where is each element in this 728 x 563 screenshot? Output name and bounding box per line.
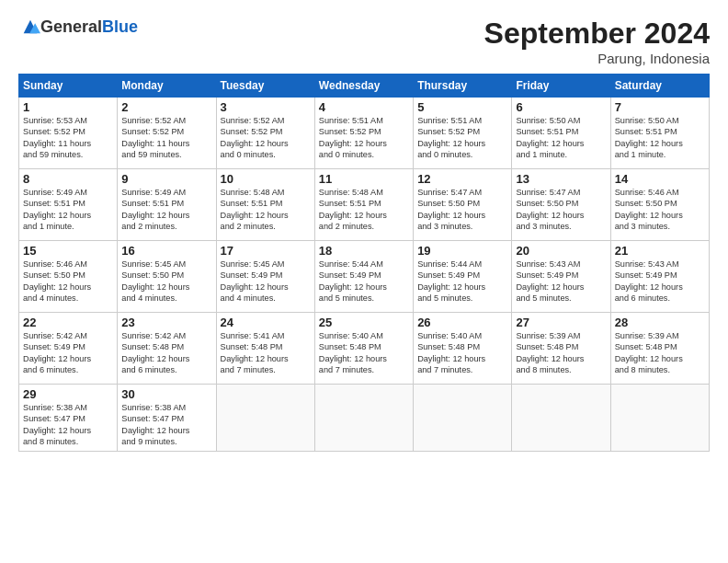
calendar-cell: 23Sunrise: 5:42 AM Sunset: 5:48 PM Dayli… (118, 313, 216, 385)
day-number: 4 (319, 100, 409, 114)
cell-info: Sunrise: 5:51 AM Sunset: 5:52 PM Dayligh… (417, 115, 507, 161)
calendar-cell: 16Sunrise: 5:45 AM Sunset: 5:50 PM Dayli… (118, 241, 216, 313)
day-number: 12 (417, 172, 507, 186)
logo-general: General (40, 17, 102, 37)
cell-info: Sunrise: 5:47 AM Sunset: 5:50 PM Dayligh… (516, 187, 606, 233)
header-saturday: Saturday (610, 75, 709, 98)
calendar-cell (314, 385, 413, 452)
calendar-cell: 25Sunrise: 5:40 AM Sunset: 5:48 PM Dayli… (314, 313, 413, 385)
location: Parung, Indonesia (484, 51, 710, 66)
day-number: 29 (23, 387, 113, 401)
calendar-cell: 26Sunrise: 5:40 AM Sunset: 5:48 PM Dayli… (414, 313, 512, 385)
calendar-cell (414, 385, 512, 452)
day-number: 23 (121, 316, 211, 329)
calendar-cell: 4Sunrise: 5:51 AM Sunset: 5:52 PM Daylig… (314, 98, 413, 169)
cell-info: Sunrise: 5:45 AM Sunset: 5:50 PM Dayligh… (121, 259, 211, 304)
day-number: 14 (615, 172, 705, 186)
calendar-cell: 12Sunrise: 5:47 AM Sunset: 5:50 PM Dayli… (414, 169, 512, 241)
cell-info: Sunrise: 5:47 AM Sunset: 5:50 PM Dayligh… (417, 187, 507, 233)
calendar-cell: 19Sunrise: 5:44 AM Sunset: 5:49 PM Dayli… (414, 241, 512, 313)
calendar-cell: 5Sunrise: 5:51 AM Sunset: 5:52 PM Daylig… (414, 98, 512, 169)
cell-info: Sunrise: 5:46 AM Sunset: 5:50 PM Dayligh… (23, 259, 113, 304)
cell-info: Sunrise: 5:38 AM Sunset: 5:47 PM Dayligh… (23, 402, 113, 448)
cell-info: Sunrise: 5:48 AM Sunset: 5:51 PM Dayligh… (319, 187, 409, 233)
day-number: 1 (23, 100, 113, 114)
day-number: 22 (23, 316, 113, 329)
calendar-cell: 17Sunrise: 5:45 AM Sunset: 5:49 PM Dayli… (216, 241, 314, 313)
calendar-table: Sunday Monday Tuesday Wednesday Thursday… (18, 74, 710, 452)
header-row: Sunday Monday Tuesday Wednesday Thursday… (19, 75, 710, 98)
calendar-cell: 8Sunrise: 5:49 AM Sunset: 5:51 PM Daylig… (19, 169, 118, 241)
day-number: 3 (221, 100, 311, 114)
calendar-cell: 22Sunrise: 5:42 AM Sunset: 5:49 PM Dayli… (19, 313, 118, 385)
calendar-cell: 14Sunrise: 5:46 AM Sunset: 5:50 PM Dayli… (610, 169, 709, 241)
day-number: 2 (121, 100, 211, 114)
calendar-row: 15Sunrise: 5:46 AM Sunset: 5:50 PM Dayli… (19, 241, 710, 313)
header-thursday: Thursday (414, 75, 512, 98)
calendar-cell: 29Sunrise: 5:38 AM Sunset: 5:47 PM Dayli… (19, 385, 118, 452)
cell-info: Sunrise: 5:40 AM Sunset: 5:48 PM Dayligh… (319, 330, 409, 376)
day-number: 6 (516, 100, 606, 114)
day-number: 24 (221, 316, 311, 329)
month-title: September 2024 (484, 17, 710, 51)
calendar-cell: 15Sunrise: 5:46 AM Sunset: 5:50 PM Dayli… (19, 241, 118, 313)
day-number: 20 (516, 244, 606, 258)
calendar-cell: 21Sunrise: 5:43 AM Sunset: 5:49 PM Dayli… (610, 241, 709, 313)
cell-info: Sunrise: 5:38 AM Sunset: 5:47 PM Dayligh… (121, 402, 211, 448)
day-number: 9 (121, 172, 211, 186)
title-area: September 2024 Parung, Indonesia (484, 17, 710, 66)
cell-info: Sunrise: 5:46 AM Sunset: 5:50 PM Dayligh… (615, 187, 705, 233)
calendar-cell: 6Sunrise: 5:50 AM Sunset: 5:51 PM Daylig… (512, 98, 610, 169)
day-number: 16 (121, 244, 211, 258)
header-tuesday: Tuesday (216, 75, 314, 98)
cell-info: Sunrise: 5:49 AM Sunset: 5:51 PM Dayligh… (121, 187, 211, 233)
day-number: 18 (319, 244, 409, 258)
day-number: 7 (615, 100, 705, 114)
cell-info: Sunrise: 5:53 AM Sunset: 5:52 PM Dayligh… (23, 115, 113, 161)
cell-info: Sunrise: 5:44 AM Sunset: 5:49 PM Dayligh… (417, 259, 507, 304)
calendar-cell: 20Sunrise: 5:43 AM Sunset: 5:49 PM Dayli… (512, 241, 610, 313)
cell-info: Sunrise: 5:41 AM Sunset: 5:48 PM Dayligh… (221, 330, 311, 376)
cell-info: Sunrise: 5:42 AM Sunset: 5:48 PM Dayligh… (121, 330, 211, 376)
cell-info: Sunrise: 5:50 AM Sunset: 5:51 PM Dayligh… (615, 115, 705, 161)
calendar-row: 29Sunrise: 5:38 AM Sunset: 5:47 PM Dayli… (19, 385, 710, 452)
logo-icon (20, 17, 40, 37)
day-number: 25 (319, 316, 409, 329)
cell-info: Sunrise: 5:48 AM Sunset: 5:51 PM Dayligh… (221, 187, 311, 233)
header-sunday: Sunday (19, 75, 118, 98)
day-number: 10 (221, 172, 311, 186)
cell-info: Sunrise: 5:43 AM Sunset: 5:49 PM Dayligh… (516, 259, 606, 304)
day-number: 19 (417, 244, 507, 258)
page: GeneralBlue September 2024 Parung, Indon… (0, 0, 728, 563)
logo-blue: Blue (102, 17, 138, 37)
header: GeneralBlue September 2024 Parung, Indon… (18, 17, 710, 66)
calendar-cell: 18Sunrise: 5:44 AM Sunset: 5:49 PM Dayli… (314, 241, 413, 313)
day-number: 21 (615, 244, 705, 258)
logo: GeneralBlue (18, 17, 138, 37)
day-number: 11 (319, 172, 409, 186)
calendar-row: 22Sunrise: 5:42 AM Sunset: 5:49 PM Dayli… (19, 313, 710, 385)
cell-info: Sunrise: 5:52 AM Sunset: 5:52 PM Dayligh… (221, 115, 311, 161)
cell-info: Sunrise: 5:42 AM Sunset: 5:49 PM Dayligh… (23, 330, 113, 376)
day-number: 8 (23, 172, 113, 186)
cell-info: Sunrise: 5:39 AM Sunset: 5:48 PM Dayligh… (615, 330, 705, 376)
cell-info: Sunrise: 5:51 AM Sunset: 5:52 PM Dayligh… (319, 115, 409, 161)
day-number: 30 (121, 387, 211, 401)
day-number: 5 (417, 100, 507, 114)
cell-info: Sunrise: 5:45 AM Sunset: 5:49 PM Dayligh… (221, 259, 311, 304)
calendar-cell (610, 385, 709, 452)
calendar-cell (216, 385, 314, 452)
calendar-cell: 13Sunrise: 5:47 AM Sunset: 5:50 PM Dayli… (512, 169, 610, 241)
cell-info: Sunrise: 5:50 AM Sunset: 5:51 PM Dayligh… (516, 115, 606, 161)
calendar-cell: 1Sunrise: 5:53 AM Sunset: 5:52 PM Daylig… (19, 98, 118, 169)
calendar-row: 1Sunrise: 5:53 AM Sunset: 5:52 PM Daylig… (19, 98, 710, 169)
header-friday: Friday (512, 75, 610, 98)
cell-info: Sunrise: 5:40 AM Sunset: 5:48 PM Dayligh… (417, 330, 507, 376)
day-number: 17 (221, 244, 311, 258)
day-number: 27 (516, 316, 606, 329)
cell-info: Sunrise: 5:44 AM Sunset: 5:49 PM Dayligh… (319, 259, 409, 304)
calendar-cell (512, 385, 610, 452)
cell-info: Sunrise: 5:39 AM Sunset: 5:48 PM Dayligh… (516, 330, 606, 376)
calendar-cell: 30Sunrise: 5:38 AM Sunset: 5:47 PM Dayli… (118, 385, 216, 452)
cell-info: Sunrise: 5:49 AM Sunset: 5:51 PM Dayligh… (23, 187, 113, 233)
